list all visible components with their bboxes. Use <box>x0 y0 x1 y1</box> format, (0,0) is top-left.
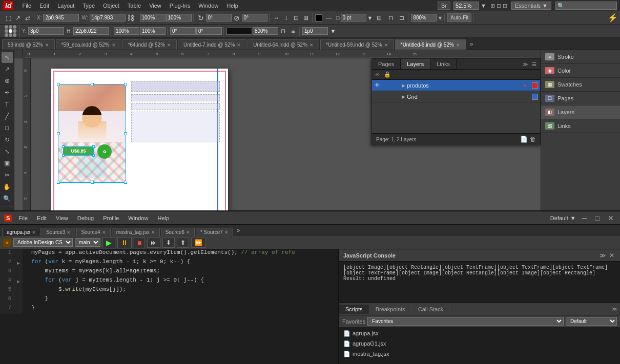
stroke-cap-icon[interactable]: ⊐ <box>397 13 406 23</box>
target-fn-select[interactable]: main <box>75 238 100 247</box>
script-item-agrupa[interactable]: 📄 agrupa.jsx <box>339 328 620 338</box>
menu-table[interactable]: Table <box>124 2 144 10</box>
stroke-dd[interactable]: ▼ <box>367 15 373 21</box>
shear-icon[interactable]: ⊘ <box>232 13 241 23</box>
direct-selection-tool[interactable]: ↗ <box>2 63 13 75</box>
constrain-icon[interactable]: ⛓ <box>126 13 135 23</box>
stab-close-3[interactable]: ✕ <box>151 230 155 235</box>
layers-tab-links[interactable]: Links <box>430 59 457 69</box>
script-tab-mostra[interactable]: mostra_tag.jsx ✕ <box>112 228 160 236</box>
console-close-icon[interactable]: ✕ <box>608 252 616 259</box>
menu-object[interactable]: Object <box>99 2 123 10</box>
text-box-3[interactable] <box>131 103 220 110</box>
autofit-label[interactable]: Auto-Fit <box>447 13 471 22</box>
scissors-tool[interactable]: ✂ <box>2 169 13 181</box>
stroke-dash-icon[interactable]: — <box>324 13 334 23</box>
x-input[interactable] <box>43 14 79 22</box>
script-tab-source4[interactable]: Source4 ✕ <box>76 228 110 236</box>
script-tab-source3[interactable]: Source3 ✕ <box>42 228 75 236</box>
rotate-icon[interactable]: ↻ <box>196 13 205 23</box>
transform3-icon[interactable]: ⊡ <box>292 13 301 23</box>
menu-type[interactable]: Type <box>79 2 98 10</box>
pct1-input[interactable] <box>140 14 166 22</box>
script-menu-profile[interactable]: Profile <box>100 214 121 222</box>
panel-links[interactable]: ⛓ Links <box>541 119 620 133</box>
pct2-input[interactable] <box>166 14 192 22</box>
stop-button[interactable]: ■ <box>134 237 145 248</box>
tab-untitled6[interactable]: *Untitled-6.indd @ 52% ✕ <box>395 39 466 50</box>
stab-close-2[interactable]: ✕ <box>102 230 106 235</box>
line-tool[interactable]: ╱ <box>2 111 13 122</box>
selection-tool[interactable]: ↖ <box>2 52 13 63</box>
text-box-4[interactable] <box>131 112 220 142</box>
w-input[interactable] <box>90 14 126 22</box>
script-item-agrupaG1[interactable]: 📄 agrupaG1.jsx <box>339 338 620 349</box>
console-expand-icon[interactable]: ≫ <box>598 252 608 259</box>
angle4-input[interactable] <box>196 27 222 35</box>
tab-close-5[interactable]: ✕ <box>384 42 388 48</box>
corner-icon2[interactable]: ≡ <box>288 27 298 36</box>
angle3-input[interactable] <box>170 27 196 35</box>
play-button[interactable]: ▶ <box>102 237 115 248</box>
layers-delete-icon[interactable]: 🗑 <box>530 136 536 143</box>
tab-close-3[interactable]: ✕ <box>237 42 241 48</box>
tab-breakpoints[interactable]: Breakpoints <box>369 305 412 314</box>
zoom-tool[interactable]: 🔍 <box>2 193 13 204</box>
script-menu-help[interactable]: Help <box>155 214 172 222</box>
layer-print-produtos[interactable]: ● <box>520 83 530 88</box>
angle2-input[interactable] <box>242 14 267 22</box>
tab-scripts[interactable]: Scripts <box>339 305 369 314</box>
panel-layers[interactable]: ◧ Layers <box>541 105 620 119</box>
view-mode-3[interactable]: ⊟ <box>503 3 507 9</box>
layers-new-icon[interactable]: 📄 <box>520 136 528 143</box>
tab-overflow[interactable]: » <box>467 39 477 49</box>
console-output[interactable]: [object Image][object Rectangle][object … <box>339 262 620 303</box>
text-box-1[interactable] <box>131 81 220 92</box>
script-menu-debug[interactable]: Debug <box>75 214 96 222</box>
angle1-input[interactable] <box>206 14 232 22</box>
script-menu-window[interactable]: Window <box>126 214 151 222</box>
pct4-input[interactable] <box>140 27 166 35</box>
ref-pt-input[interactable] <box>302 27 328 35</box>
step-over-button[interactable]: ⏭ <box>147 238 160 248</box>
panel-swatches[interactable]: ▦ Swatches <box>541 78 620 92</box>
gap-tool[interactable]: ⊕ <box>2 75 13 87</box>
transform4-icon[interactable]: ⊞ <box>301 13 311 23</box>
script-minimize[interactable]: ─ <box>580 214 589 222</box>
gradient-tool[interactable]: ▣ <box>2 158 13 169</box>
price-box[interactable]: U$6,85 <box>63 146 94 156</box>
layer-vis-produtos[interactable]: 👁 <box>372 82 382 88</box>
script-close[interactable]: ✕ <box>606 214 616 222</box>
toggle-icon[interactable]: ⇄ <box>23 13 32 23</box>
menu-plugins[interactable]: Plug-Ins <box>166 2 194 10</box>
type-tool[interactable]: T <box>2 99 13 110</box>
layers-panel-expand[interactable]: ≫ <box>521 61 529 67</box>
tab-59indd[interactable]: 59.indd @ 52% ✕ <box>2 39 55 50</box>
tab-untitled59[interactable]: *Untitled-59.indd @ 52% ✕ <box>320 39 394 50</box>
stab-close-5[interactable]: ✕ <box>224 230 229 235</box>
corner-icon[interactable]: ⊓ <box>279 27 288 36</box>
tab-59eca[interactable]: *59_eca.indd @ 52% ✕ <box>56 39 121 50</box>
h-input[interactable] <box>73 27 109 35</box>
tab-callstack[interactable]: Call Stack <box>412 305 450 314</box>
script-tab-agrupa[interactable]: agrupa.jsx ✕ <box>2 228 40 236</box>
tab-untitled64[interactable]: Untitled-64.indd @ 52% ✕ <box>247 39 319 50</box>
menu-layout[interactable]: Layout <box>54 2 78 10</box>
tab-close-0[interactable]: ✕ <box>45 42 49 48</box>
code-editor[interactable]: 1 myPages = app.activeDocument.pages.eve… <box>0 249 338 364</box>
stroke-color-swatch[interactable] <box>226 28 252 35</box>
script-tab-source7[interactable]: * Source7 ✕ <box>196 228 233 236</box>
tab-untitled7[interactable]: Untitled-7.indd @ 52% ✕ <box>178 39 246 50</box>
zoom-arrow[interactable]: ▼ <box>481 3 486 9</box>
script-title-dd[interactable]: ▼ <box>570 215 576 221</box>
menu-help[interactable]: Help <box>223 2 242 10</box>
direct-select-icon[interactable]: ↗ <box>13 13 23 23</box>
script-tab-source6[interactable]: Source6 ✕ <box>161 228 195 236</box>
layer-row-produtos[interactable]: 👁 ▶ produtos ● <box>372 80 540 91</box>
console-bottom-expand[interactable]: ≫ <box>609 306 620 312</box>
hand-tool[interactable]: ✋ <box>2 181 13 192</box>
tab-64[interactable]: *64.indd @ 52% ✕ <box>122 39 177 50</box>
text-box-2[interactable] <box>131 94 220 101</box>
selection-tool-icon[interactable]: ⬚ <box>4 13 13 23</box>
rotate-tool[interactable]: ↻ <box>2 134 13 145</box>
